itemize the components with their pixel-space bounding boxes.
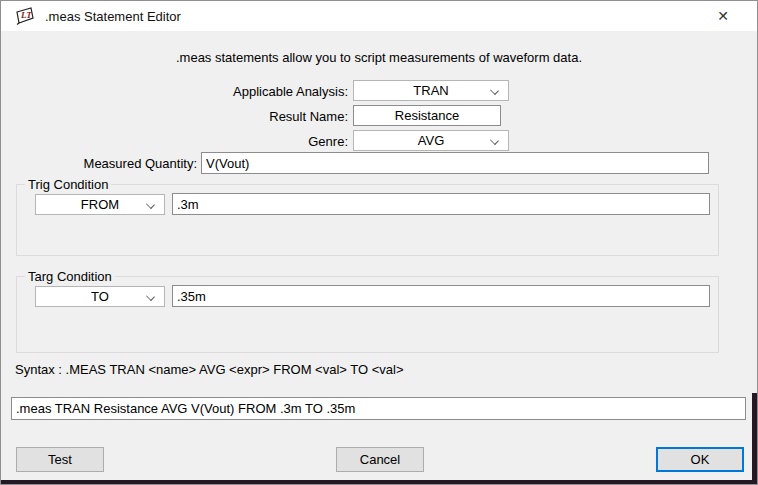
cancel-button[interactable]: Cancel — [336, 447, 424, 472]
targ-value-input[interactable] — [172, 285, 710, 307]
test-button[interactable]: Test — [16, 447, 104, 472]
targ-condition-group-label: Targ Condition — [25, 269, 115, 284]
window-right-shadow — [752, 393, 758, 485]
genre-label: Genre: — [101, 134, 348, 149]
ltspice-logo-icon: LT — [16, 7, 35, 25]
meas-statement-editor-dialog: LT .meas Statement Editor ✕ .meas statem… — [0, 0, 758, 485]
trig-operator-select[interactable]: FROM — [35, 194, 165, 215]
syntax-help-text: Syntax : .MEAS TRAN <name> AVG <expr> FR… — [15, 362, 403, 377]
close-icon[interactable]: ✕ — [695, 1, 751, 31]
genre-value: AVG — [418, 133, 445, 148]
chevron-down-icon — [490, 86, 499, 95]
trig-value-input[interactable] — [172, 193, 710, 215]
result-name-input[interactable] — [353, 105, 501, 126]
trig-operator-value: FROM — [81, 197, 119, 212]
dialog-description: .meas statements allow you to script mea… — [1, 50, 757, 65]
chevron-down-icon — [490, 136, 499, 145]
trig-condition-group: Trig Condition FROM — [16, 184, 719, 256]
chevron-down-icon — [146, 200, 155, 209]
title-bar: LT .meas Statement Editor ✕ — [1, 1, 757, 31]
ok-button[interactable]: OK — [656, 447, 744, 472]
svg-text:LT: LT — [20, 10, 32, 20]
window-title: .meas Statement Editor — [45, 9, 181, 24]
targ-operator-value: TO — [91, 289, 109, 304]
applicable-analysis-label: Applicable Analysis: — [101, 84, 348, 99]
applicable-analysis-select[interactable]: TRAN — [353, 80, 509, 101]
window-bottom-shadow — [1, 480, 758, 485]
targ-operator-select[interactable]: TO — [35, 286, 165, 307]
targ-condition-group: Targ Condition TO — [16, 276, 719, 353]
applicable-analysis-value: TRAN — [413, 83, 448, 98]
measured-quantity-label: Measured Quantity: — [21, 156, 197, 171]
measured-quantity-input[interactable] — [201, 152, 709, 174]
genre-select[interactable]: AVG — [353, 130, 509, 151]
trig-condition-group-label: Trig Condition — [25, 177, 111, 192]
statement-input[interactable] — [11, 397, 746, 420]
result-name-label: Result Name: — [101, 109, 348, 124]
chevron-down-icon — [146, 292, 155, 301]
